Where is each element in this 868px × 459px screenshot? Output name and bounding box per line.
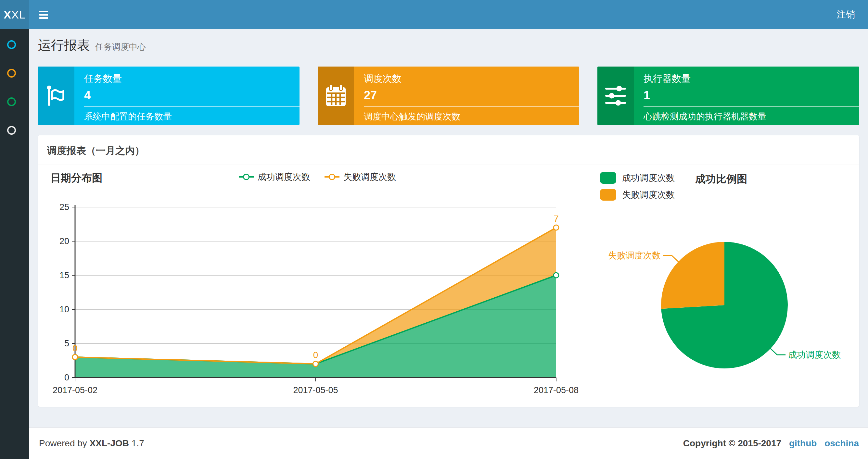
legend-swatch-icon xyxy=(600,189,616,201)
legend-item-fail[interactable]: 失败调度次数 xyxy=(600,189,675,201)
content-header: 运行报表任务调度中心 xyxy=(38,36,146,54)
svg-text:2017-05-08: 2017-05-08 xyxy=(534,385,579,395)
pie-chart-legend: 成功调度次数 失败调度次数 xyxy=(600,172,675,206)
svg-text:0: 0 xyxy=(72,343,78,353)
card-value: 4 xyxy=(84,89,300,102)
line-marker-icon xyxy=(324,172,339,182)
card-description: 心跳检测成功的执行器机器数量 xyxy=(644,111,859,122)
svg-text:失败调度次数: 失败调度次数 xyxy=(608,251,661,260)
svg-text:2017-05-05: 2017-05-05 xyxy=(293,385,338,395)
card-label: 任务数量 xyxy=(84,72,300,86)
card-body: 任务数量 4 系统中配置的任务数量 xyxy=(74,67,300,125)
svg-text:20: 20 xyxy=(59,236,69,246)
app-logo[interactable]: XXL xyxy=(0,0,29,29)
card-description: 调度中心触发的调度次数 xyxy=(364,111,579,122)
card-divider xyxy=(84,106,300,107)
card-icon-area xyxy=(38,67,74,125)
hamburger-icon xyxy=(39,11,48,12)
copyright: Copyright © 2015-2017 github oschina xyxy=(683,438,859,449)
product-name: XXL-JOB xyxy=(90,438,129,448)
logo-text: XL xyxy=(11,8,26,21)
sidebar-item-4[interactable] xyxy=(0,126,29,145)
panel-title: 调度报表（一月之内） xyxy=(38,135,859,165)
card-label: 执行器数量 xyxy=(644,72,859,86)
card-label: 调度次数 xyxy=(364,72,579,86)
sidebar-toggle-button[interactable] xyxy=(29,0,58,29)
report-panel: 调度报表（一月之内） 日期分布图 成功调度次数 失败调度次数 xyxy=(38,135,859,407)
line-marker-icon xyxy=(239,172,254,182)
stat-card-triggers: 调度次数 27 调度中心触发的调度次数 xyxy=(318,67,579,125)
pie-chart-title: 成功比例图 xyxy=(695,172,747,186)
circle-icon xyxy=(7,97,16,106)
svg-text:15: 15 xyxy=(59,270,69,280)
svg-text:2017-05-02: 2017-05-02 xyxy=(53,385,97,395)
page-title: 运行报表 xyxy=(38,38,90,52)
svg-text:7: 7 xyxy=(554,214,559,224)
powered-by: Powered by XXL-JOB 1.7 xyxy=(39,438,144,449)
github-link[interactable]: github xyxy=(789,438,817,448)
card-divider xyxy=(644,106,859,107)
sidebar-item-3[interactable] xyxy=(0,97,29,117)
page-subtitle: 任务调度中心 xyxy=(95,42,146,52)
svg-text:5: 5 xyxy=(64,338,69,348)
card-value: 1 xyxy=(644,89,859,102)
card-body: 调度次数 27 调度中心触发的调度次数 xyxy=(354,67,579,125)
card-body: 执行器数量 1 心跳检测成功的执行器机器数量 xyxy=(634,67,859,125)
card-description: 系统中配置的任务数量 xyxy=(84,111,300,122)
legend-swatch-icon xyxy=(600,172,616,184)
card-icon-area xyxy=(318,67,354,125)
card-value: 27 xyxy=(364,89,579,102)
sidebar xyxy=(0,29,29,459)
circle-icon xyxy=(7,69,16,77)
main-footer: Powered by XXL-JOB 1.7 Copyright © 2015-… xyxy=(29,427,868,459)
success-ratio-pie-chart: 成功调度次数失败调度次数 xyxy=(594,224,855,393)
flag-icon xyxy=(46,85,67,107)
page-root: XXL 注销 运行报表任务调度中心 任务数量 4 系统中配置的任务数量 xyxy=(0,0,868,459)
circle-icon xyxy=(7,40,16,49)
logo-text-bold: X xyxy=(4,8,11,21)
legend-label: 成功调度次数 xyxy=(258,171,310,183)
legend-label: 成功调度次数 xyxy=(622,172,675,184)
card-divider xyxy=(364,106,579,107)
calendar-icon xyxy=(326,85,346,107)
oschina-link[interactable]: oschina xyxy=(825,438,859,448)
line-chart-legend: 成功调度次数 失败调度次数 xyxy=(239,171,396,183)
legend-label: 失败调度次数 xyxy=(343,171,396,183)
svg-text:成功调度次数: 成功调度次数 xyxy=(788,350,841,360)
legend-item-success[interactable]: 成功调度次数 xyxy=(239,171,310,183)
svg-text:0: 0 xyxy=(313,350,318,360)
svg-text:25: 25 xyxy=(59,202,69,212)
svg-text:10: 10 xyxy=(59,304,69,314)
legend-label: 失败调度次数 xyxy=(622,189,675,201)
sidebar-item-1[interactable] xyxy=(0,40,29,60)
card-icon-area xyxy=(597,67,634,125)
logout-link[interactable]: 注销 xyxy=(824,0,868,29)
line-chart-title: 日期分布图 xyxy=(50,171,102,185)
svg-text:0: 0 xyxy=(64,373,69,383)
circle-icon xyxy=(7,126,16,135)
top-navbar: XXL 注销 xyxy=(0,0,868,29)
stat-card-jobs: 任务数量 4 系统中配置的任务数量 xyxy=(38,67,300,125)
date-distribution-chart: 05101520252017-05-022017-05-052017-05-08… xyxy=(52,200,591,405)
sliders-icon xyxy=(605,85,626,106)
legend-item-fail[interactable]: 失败调度次数 xyxy=(324,171,396,183)
sidebar-item-2[interactable] xyxy=(0,69,29,88)
stat-card-executors: 执行器数量 1 心跳检测成功的执行器机器数量 xyxy=(597,67,859,125)
legend-item-success[interactable]: 成功调度次数 xyxy=(600,172,675,184)
